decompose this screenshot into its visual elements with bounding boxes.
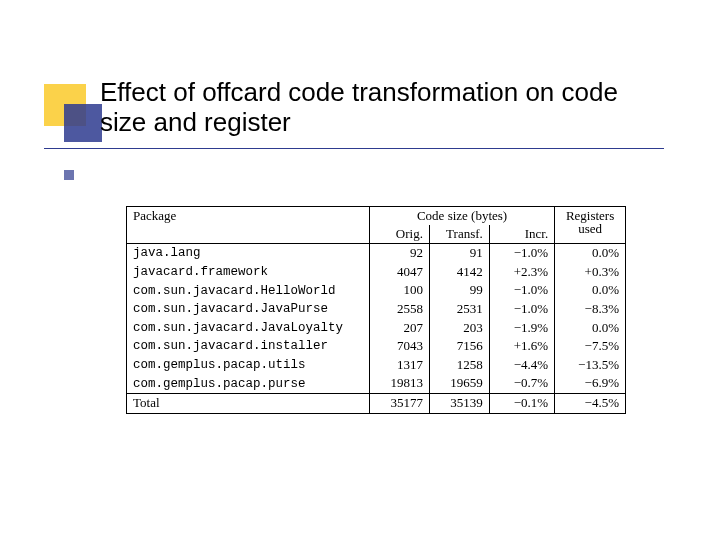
cell-incr: −4.4%	[489, 356, 554, 375]
cell-incr: −1.0%	[489, 300, 554, 319]
slide: Effect of offcard code transformation on…	[0, 0, 720, 540]
table-row: com.sun.javacard.JavaPurse 2558 2531 −1.…	[127, 300, 626, 319]
cell-transf: 19659	[429, 374, 489, 393]
header-registers: Registers used	[555, 207, 626, 244]
title-bullet-decor	[44, 84, 102, 142]
cell-reg: −13.5%	[555, 356, 626, 375]
cell-transf: 203	[429, 319, 489, 338]
table: Package Code size (bytes) Registers used…	[126, 206, 626, 414]
cell-orig: 7043	[369, 337, 429, 356]
cell-transf: 2531	[429, 300, 489, 319]
cell-orig: 1317	[369, 356, 429, 375]
cell-transf: 91	[429, 244, 489, 263]
cell-orig: 100	[369, 281, 429, 300]
cell-package: com.sun.javacard.JavaLoyalty	[127, 319, 370, 338]
cell-reg: −4.5%	[555, 394, 626, 414]
cell-incr: +1.6%	[489, 337, 554, 356]
table-row: com.gemplus.pacap.utils 1317 1258 −4.4% …	[127, 356, 626, 375]
cell-incr: −0.7%	[489, 374, 554, 393]
cell-transf: 35139	[429, 394, 489, 414]
cell-package: com.gemplus.pacap.utils	[127, 356, 370, 375]
table-row: com.sun.javacard.JavaLoyalty 207 203 −1.…	[127, 319, 626, 338]
cell-orig: 92	[369, 244, 429, 263]
header-incr: Incr.	[489, 225, 554, 244]
cell-reg: 0.0%	[555, 319, 626, 338]
cell-incr: −1.0%	[489, 244, 554, 263]
cell-orig: 4047	[369, 263, 429, 282]
cell-package: com.sun.javacard.installer	[127, 337, 370, 356]
table-row: com.gemplus.pacap.purse 19813 19659 −0.7…	[127, 374, 626, 393]
header-transf: Transf.	[429, 225, 489, 244]
cell-package: com.sun.javacard.HelloWorld	[127, 281, 370, 300]
title-underline	[44, 148, 664, 149]
cell-orig: 19813	[369, 374, 429, 393]
cell-orig: 207	[369, 319, 429, 338]
cell-incr: +2.3%	[489, 263, 554, 282]
table-row: javacard.framework 4047 4142 +2.3% +0.3%	[127, 263, 626, 282]
cell-package: java.lang	[127, 244, 370, 263]
cell-package: com.gemplus.pacap.purse	[127, 374, 370, 393]
slide-title: Effect of offcard code transformation on…	[100, 78, 660, 138]
table-row: java.lang 92 91 −1.0% 0.0%	[127, 244, 626, 263]
header-orig: Orig.	[369, 225, 429, 244]
cell-transf: 99	[429, 281, 489, 300]
cell-transf: 1258	[429, 356, 489, 375]
header-package: Package	[127, 207, 370, 244]
cell-incr: −0.1%	[489, 394, 554, 414]
cell-reg: −7.5%	[555, 337, 626, 356]
cell-package: com.sun.javacard.JavaPurse	[127, 300, 370, 319]
cell-orig: 35177	[369, 394, 429, 414]
body-bullet-decor	[64, 170, 74, 180]
cell-reg: +0.3%	[555, 263, 626, 282]
table-row: com.sun.javacard.HelloWorld 100 99 −1.0%…	[127, 281, 626, 300]
cell-reg: −6.9%	[555, 374, 626, 393]
cell-package: Total	[127, 394, 370, 414]
cell-reg: −8.3%	[555, 300, 626, 319]
cell-transf: 7156	[429, 337, 489, 356]
cell-incr: −1.0%	[489, 281, 554, 300]
cell-package: javacard.framework	[127, 263, 370, 282]
cell-transf: 4142	[429, 263, 489, 282]
cell-reg: 0.0%	[555, 244, 626, 263]
table-row: com.sun.javacard.installer 7043 7156 +1.…	[127, 337, 626, 356]
cell-orig: 2558	[369, 300, 429, 319]
results-table: Package Code size (bytes) Registers used…	[126, 206, 626, 414]
table-row-total: Total 35177 35139 −0.1% −4.5%	[127, 394, 626, 414]
cell-reg: 0.0%	[555, 281, 626, 300]
header-codesize: Code size (bytes)	[369, 207, 554, 226]
decor-square-blue	[64, 104, 102, 142]
cell-incr: −1.9%	[489, 319, 554, 338]
